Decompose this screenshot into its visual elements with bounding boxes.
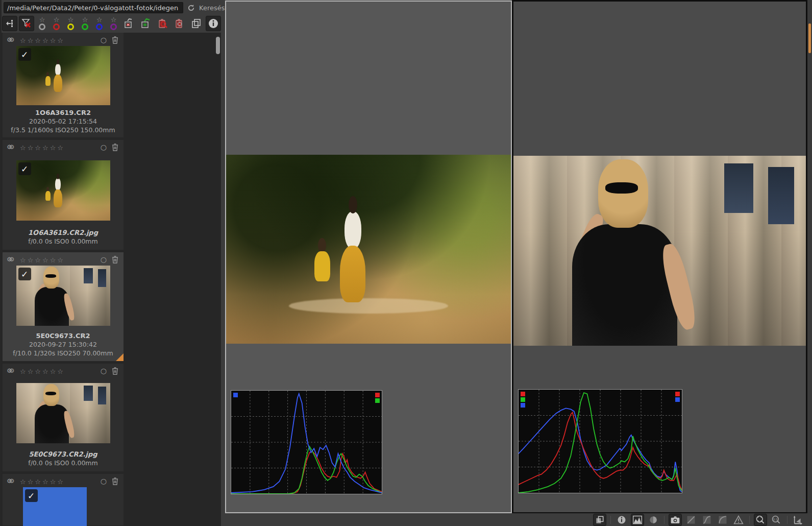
- file-name: 5E0C9673.CR2: [3, 332, 124, 340]
- search-marked-button[interactable]: [155, 16, 170, 31]
- highlight-clip-indicators: [675, 392, 680, 402]
- label-red-button[interactable]: ☆: [50, 16, 63, 31]
- histogram-left: [231, 390, 382, 494]
- path-input[interactable]: [4, 2, 183, 13]
- s-curve-button[interactable]: [700, 514, 713, 526]
- checkmark-badge: ✓: [25, 489, 38, 502]
- save-approved-button[interactable]: [138, 16, 154, 31]
- preview-area: [221, 0, 812, 526]
- preview-panel-right[interactable]: [512, 0, 807, 514]
- zoom-one-to-one-button[interactable]: 1:1: [770, 514, 783, 526]
- preview-panel-left[interactable]: [225, 1, 512, 513]
- info-button[interactable]: [206, 16, 221, 31]
- clip-marker: [521, 403, 525, 408]
- rating-stars[interactable]: ☆☆☆☆☆☆: [20, 476, 65, 486]
- file-item-3[interactable]: ⚙⚙ ☆☆☆☆☆☆ ○ ✓ 5E0C9673.CR2 2020-09-27 15…: [3, 252, 124, 361]
- shadow-clip-indicators: [233, 393, 238, 397]
- trash-icon[interactable]: [112, 367, 118, 375]
- scope-button[interactable]: [792, 514, 805, 526]
- trash-icon[interactable]: [112, 144, 118, 151]
- color-label-circle-icon[interactable]: ○: [101, 477, 107, 485]
- preview-image-left[interactable]: [226, 155, 511, 344]
- reject-marked-button[interactable]: [172, 16, 187, 31]
- thumbnail-placeholder[interactable]: ✓: [23, 487, 87, 526]
- label-blue-button[interactable]: ☆: [93, 16, 106, 31]
- clip-marker: [675, 392, 680, 396]
- trash-icon[interactable]: [112, 477, 118, 485]
- camera-exif-button[interactable]: [669, 514, 682, 526]
- thumbnail-image[interactable]: ✓: [16, 266, 110, 326]
- clip-marker: [233, 393, 238, 397]
- file-name: 1O6A3619.CR2.jpg: [3, 229, 124, 236]
- thumbnail-image[interactable]: ✓: [16, 160, 110, 221]
- file-name: 5E0C9673.CR2.jpg: [3, 450, 124, 458]
- file-exif: f/3.5 1/1600s ISO250 150.00mm: [3, 126, 124, 134]
- thumbnail-image[interactable]: [16, 383, 110, 443]
- settings-gears-icon[interactable]: ⚙⚙: [7, 477, 20, 485]
- trash-icon[interactable]: [112, 36, 118, 44]
- histogram-toggle-button[interactable]: [631, 514, 644, 526]
- path-bar: Keresés: [4, 2, 225, 14]
- settings-gears-icon[interactable]: ⚙⚙: [7, 36, 20, 43]
- info-toggle-button[interactable]: [615, 514, 628, 526]
- warning-button[interactable]: [732, 514, 745, 526]
- checkmark-badge: ✓: [18, 48, 31, 61]
- thumbnail-image[interactable]: ✓: [16, 46, 110, 105]
- label-yellow-button[interactable]: ☆: [64, 16, 77, 31]
- star-icon: ☆: [68, 17, 74, 22]
- star-icon: ☆: [96, 17, 103, 22]
- ring-purple-icon: [110, 23, 117, 30]
- rating-stars[interactable]: ☆☆☆☆☆☆: [20, 142, 65, 152]
- color-label-circle-icon[interactable]: ○: [101, 367, 107, 375]
- rating-stars[interactable]: ☆☆☆☆☆☆: [20, 35, 65, 45]
- selected-corner-marker: [116, 353, 124, 361]
- label-purple-button[interactable]: ☆: [107, 16, 120, 31]
- star-icon: ☆: [82, 17, 88, 22]
- file-date: 2020-09-27 15:30:42: [3, 341, 124, 348]
- gamma-curve-button[interactable]: [716, 514, 729, 526]
- settings-gears-icon[interactable]: ⚙⚙: [7, 144, 20, 151]
- top-toolbar: ☆ ☆ ☆ ☆ ☆ ☆: [2, 15, 255, 32]
- right-scrollbar[interactable]: [807, 0, 812, 526]
- file-exif: f/10.0 1/320s ISO250 70.00mm: [3, 349, 124, 357]
- dock-left-button[interactable]: [2, 16, 17, 31]
- tone-circle-button[interactable]: [647, 514, 660, 526]
- copy-stack-button[interactable]: [189, 16, 204, 31]
- histogram-right: [518, 389, 682, 493]
- settings-gears-icon[interactable]: ⚙⚙: [7, 367, 20, 374]
- zoom-fit-button[interactable]: [754, 514, 767, 526]
- ring-red-icon: [53, 23, 60, 30]
- file-item-1[interactable]: ⚙⚙ ☆☆☆☆☆☆ ○ ✓ 1O6A3619.CR2 2020-05-02 17…: [3, 33, 124, 137]
- checkmark-badge: ✓: [18, 268, 31, 280]
- color-label-circle-icon[interactable]: ○: [101, 36, 107, 44]
- color-label-circle-icon[interactable]: ○: [101, 255, 107, 264]
- file-item-4[interactable]: ⚙⚙ ☆☆☆☆☆☆ ○ 5E0C9673.CR2.jpg f/0.0 0s IS…: [3, 364, 124, 471]
- star-icon: ☆: [54, 17, 60, 22]
- right-scrollbar-handle[interactable]: [808, 23, 811, 53]
- save-rejected-button[interactable]: [121, 16, 137, 31]
- filter-rejected-button[interactable]: [19, 16, 34, 31]
- shadow-clip-indicators: [521, 392, 525, 408]
- file-item-2[interactable]: ⚙⚙ ☆☆☆☆☆☆ ○ ✓ 1O6A3619.CR2.jpg f/0.0 0s …: [3, 140, 124, 250]
- label-green-button[interactable]: ☆: [79, 16, 91, 31]
- sidebar-scrollbar[interactable]: [216, 37, 220, 54]
- sidebar: Keresés ☆ ☆ ☆ ☆ ☆ ☆: [0, 0, 221, 526]
- trash-icon[interactable]: [112, 256, 118, 264]
- photo-culling-app: Keresés ☆ ☆ ☆ ☆ ☆ ☆: [0, 0, 812, 526]
- star-icon: ☆: [111, 17, 117, 22]
- rating-stars[interactable]: ☆☆☆☆☆☆: [20, 366, 65, 376]
- bottom-toolbar: 1:1: [221, 513, 812, 526]
- settings-gears-icon[interactable]: ⚙⚙: [7, 256, 20, 263]
- preview-image-right[interactable]: [513, 156, 806, 346]
- clip-marker: [375, 398, 380, 403]
- linear-curve-button[interactable]: [684, 514, 698, 526]
- color-label-circle-icon[interactable]: ○: [101, 143, 107, 151]
- compare-panels-button[interactable]: [593, 514, 606, 526]
- star-icon: ☆: [39, 17, 45, 22]
- label-none-button[interactable]: ☆: [36, 16, 48, 31]
- rating-stars[interactable]: ☆☆☆☆☆☆: [20, 255, 65, 265]
- file-item-5[interactable]: ⚙⚙ ☆☆☆☆☆☆ ○ ✓: [3, 474, 124, 525]
- refresh-icon[interactable]: [187, 4, 195, 12]
- clip-marker: [521, 397, 525, 402]
- clip-marker: [521, 392, 525, 396]
